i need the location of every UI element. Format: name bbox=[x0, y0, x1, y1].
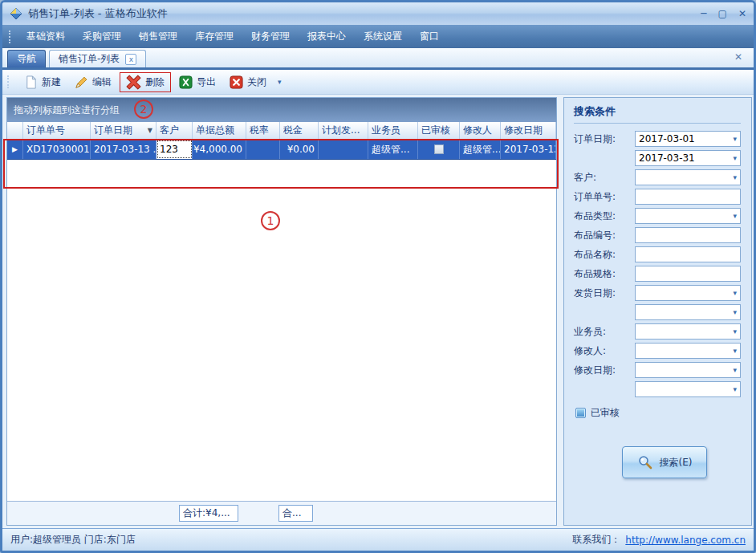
search-field-control[interactable]: ▾ bbox=[635, 343, 741, 359]
search-field-label: 布品类型: bbox=[574, 209, 635, 223]
search-field-control[interactable]: ▾ bbox=[635, 246, 741, 262]
column-header-label: 业务员 bbox=[372, 124, 400, 137]
column-header[interactable]: 单据总额 bbox=[193, 122, 246, 139]
tab-close-icon[interactable]: x bbox=[125, 54, 136, 65]
column-header[interactable]: 业务员 bbox=[368, 122, 418, 139]
column-header[interactable]: 订单日期 ▼ bbox=[91, 122, 156, 139]
column-header[interactable]: 修改人 bbox=[460, 122, 501, 139]
column-header-label: 单据总额 bbox=[196, 124, 234, 137]
search-field-control[interactable]: ▾ bbox=[635, 227, 741, 243]
tabbar-close-icon[interactable]: ✕ bbox=[734, 51, 747, 66]
menu-item[interactable]: 基础资料 bbox=[18, 26, 74, 47]
group-by-panel[interactable]: 拖动列标题到这进行分组 bbox=[7, 98, 556, 122]
search-field-control[interactable]: ▾ bbox=[635, 304, 741, 320]
menu-item[interactable]: 库存管理 bbox=[186, 26, 242, 47]
menu-item[interactable]: 窗口 bbox=[411, 26, 448, 47]
column-header[interactable]: 计划发... bbox=[319, 122, 368, 139]
cell-tax-rate bbox=[246, 140, 280, 159]
tab-navigation[interactable]: 导航 bbox=[7, 50, 46, 67]
close-view-button[interactable]: 关闭 bbox=[224, 74, 272, 91]
combo-arrow-icon[interactable]: ▾ bbox=[733, 212, 737, 220]
search-button[interactable]: 搜索(E) bbox=[622, 446, 707, 478]
status-user-store: 用户:超级管理员 门店:东门店 bbox=[10, 533, 572, 547]
edit-button[interactable]: 编辑 bbox=[69, 74, 117, 91]
toolbar-dropdown-icon[interactable]: ▾ bbox=[274, 78, 285, 86]
cell-customer-editor[interactable]: 123 bbox=[156, 140, 193, 159]
export-button[interactable]: 导出 bbox=[173, 74, 222, 91]
column-header-label: 修改人 bbox=[463, 124, 492, 137]
combo-arrow-icon[interactable]: ▾ bbox=[733, 366, 737, 374]
column-header-label: 修改日期 bbox=[504, 124, 543, 137]
tab-sales-order-list[interactable]: 销售订单-列表 x bbox=[49, 50, 146, 67]
search-field-label: 修改日期: bbox=[574, 364, 635, 377]
search-field-row: 布品类型: ▾ bbox=[574, 208, 741, 224]
maximize-button[interactable]: ▢ bbox=[718, 9, 727, 18]
combo-arrow-icon[interactable]: ▾ bbox=[733, 135, 737, 143]
combo-arrow-icon[interactable]: ▾ bbox=[733, 154, 737, 162]
search-field-row: 布品名称: ▾ bbox=[574, 246, 741, 262]
menu-item[interactable]: 系统设置 bbox=[355, 26, 411, 47]
approved-filter-checkbox[interactable] bbox=[575, 408, 586, 418]
cell-amount: ¥4,000.00 bbox=[193, 140, 246, 159]
search-field-control[interactable]: ▾ bbox=[635, 169, 741, 185]
combo-arrow-icon[interactable]: ▾ bbox=[733, 347, 737, 355]
search-field-row: 2017-03-31 ▾ bbox=[574, 150, 741, 166]
search-field-control[interactable]: ▾ bbox=[635, 323, 741, 340]
search-field-control[interactable]: ▾ bbox=[635, 266, 741, 282]
search-panel-title: 搜索条件 bbox=[574, 102, 741, 124]
search-field-label: 布品规格: bbox=[574, 267, 635, 281]
column-header[interactable]: 税金 bbox=[280, 122, 319, 139]
column-header[interactable]: 已审核 bbox=[418, 122, 460, 139]
column-header-label: 计划发... bbox=[322, 124, 360, 137]
column-header[interactable]: 修改日期 bbox=[501, 122, 556, 139]
orders-grid: 拖动列标题到这进行分组 订单单号 订单日期 ▼ bbox=[6, 97, 557, 526]
new-button-label: 新建 bbox=[42, 75, 61, 89]
column-header[interactable]: 客户 bbox=[156, 122, 193, 139]
search-field-row: ▾ bbox=[574, 304, 741, 320]
search-field-control[interactable]: ▾ bbox=[635, 381, 741, 397]
search-field-control[interactable]: ▾ bbox=[635, 285, 741, 301]
menu-item[interactable]: 报表中心 bbox=[299, 26, 355, 47]
combo-arrow-icon[interactable]: ▾ bbox=[733, 173, 737, 181]
summary-amount: 合计:¥4,... bbox=[179, 505, 238, 522]
search-field-control[interactable]: 2017-03-31 ▾ bbox=[635, 150, 741, 166]
combo-arrow-icon[interactable]: ▾ bbox=[733, 385, 737, 393]
search-field-row: ▾ bbox=[574, 381, 741, 397]
search-field-row: 布品编号: ▾ bbox=[574, 227, 741, 243]
grid-header-row: 订单单号 订单日期 ▼ 客户 bbox=[7, 122, 556, 140]
row-indicator-icon: ▶ bbox=[7, 140, 23, 159]
order-row-selected[interactable]: ▶ XD17030001 2017-03-13 ... 123 ¥4,000.0… bbox=[7, 140, 556, 160]
search-field-label: 订单单号: bbox=[574, 190, 635, 204]
menu-grip bbox=[9, 30, 12, 43]
search-field-row: 客户: ▾ bbox=[574, 169, 741, 185]
approved-checkbox[interactable] bbox=[434, 144, 444, 154]
column-header[interactable]: 订单单号 bbox=[23, 122, 91, 139]
new-button[interactable]: 新建 bbox=[18, 74, 67, 91]
search-field-control[interactable]: ▾ bbox=[635, 208, 741, 224]
search-field-control[interactable]: ▾ bbox=[635, 362, 741, 378]
close-button[interactable]: ✕ bbox=[738, 9, 746, 18]
excel-export-icon bbox=[179, 75, 193, 89]
search-field-control[interactable]: ▾ bbox=[635, 189, 741, 205]
title-bar: 销售订单-列表 - 蓝格布业软件 ─ ▢ ✕ bbox=[2, 2, 754, 25]
close-view-button-label: 关闭 bbox=[247, 75, 266, 89]
delete-button-annotation-box: 删除 bbox=[120, 72, 171, 92]
combo-arrow-icon[interactable]: ▾ bbox=[733, 289, 737, 297]
red-close-icon bbox=[230, 75, 243, 89]
search-field-label: 发货日期: bbox=[574, 287, 635, 300]
menu-item[interactable]: 销售管理 bbox=[130, 26, 186, 47]
menu-item[interactable]: 财务管理 bbox=[242, 26, 299, 47]
column-header-label: 税率 bbox=[250, 124, 269, 137]
search-field-control[interactable]: 2017-03-01 ▾ bbox=[635, 131, 741, 147]
cell-tax: ¥0.00 bbox=[280, 140, 319, 159]
menu-item[interactable]: 采购管理 bbox=[74, 26, 130, 47]
toolbar: 新建 编辑 删除 导出 bbox=[2, 70, 754, 95]
combo-arrow-icon[interactable]: ▾ bbox=[733, 327, 737, 335]
combo-arrow-icon[interactable]: ▾ bbox=[733, 308, 737, 316]
website-link[interactable]: http://www.lange.com.cn bbox=[625, 535, 746, 546]
minimize-button[interactable]: ─ bbox=[701, 9, 706, 18]
column-header[interactable]: 税率 bbox=[246, 122, 280, 139]
delete-button[interactable]: 删除 bbox=[120, 73, 170, 91]
magnifier-icon bbox=[637, 454, 653, 470]
contact-label: 联系我们： bbox=[572, 533, 620, 547]
